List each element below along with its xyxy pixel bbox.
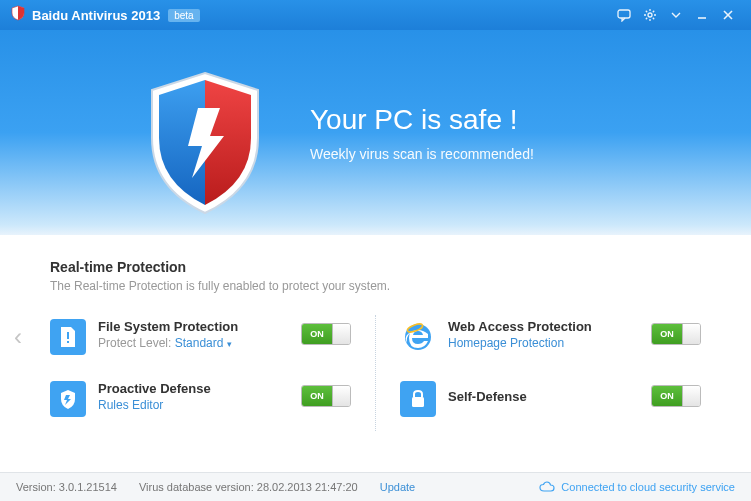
- protection-panel: ‹ Real-time Protection The Real-time Pro…: [0, 235, 751, 472]
- titlebar: Baidu Antivirus 2013 beta: [0, 0, 751, 30]
- protection-item-web-access: Web Access Protection Homepage Protectio…: [400, 311, 701, 373]
- cloud-status: Connected to cloud security service: [539, 481, 735, 493]
- settings-icon[interactable]: [637, 3, 663, 27]
- update-link[interactable]: Update: [380, 481, 415, 493]
- svg-line-9: [646, 18, 647, 19]
- item-name: Web Access Protection: [448, 319, 651, 334]
- svg-point-1: [648, 13, 652, 17]
- svg-rect-17: [412, 397, 424, 407]
- app-logo-icon: [10, 5, 26, 25]
- shield-icon: [140, 68, 270, 222]
- version-info: Version: 3.0.1.21514: [16, 481, 117, 493]
- hero-banner: Your PC is safe ! Weekly virus scan is r…: [0, 30, 751, 235]
- cloud-icon: [539, 481, 555, 493]
- rules-editor-link[interactable]: Rules Editor: [98, 398, 301, 412]
- protection-item-proactive: Proactive Defense Rules Editor ON: [50, 373, 351, 435]
- section-desc: The Real-time Protection is fully enable…: [50, 279, 701, 293]
- chevron-down-icon: ▾: [227, 339, 232, 349]
- svg-rect-13: [67, 332, 69, 339]
- shield-small-icon: [50, 381, 86, 417]
- svg-rect-0: [618, 10, 630, 18]
- protect-level-link[interactable]: Standard: [175, 336, 224, 350]
- protection-item-self-defense: Self-Defense ON: [400, 373, 701, 435]
- toggle-web-access[interactable]: ON: [651, 323, 701, 345]
- item-name: File System Protection: [98, 319, 301, 334]
- section-title: Real-time Protection: [50, 259, 701, 275]
- statusbar: Version: 3.0.1.21514 Virus database vers…: [0, 472, 751, 501]
- item-sub: Protect Level: Standard ▾: [98, 336, 301, 350]
- toggle-self-defense[interactable]: ON: [651, 385, 701, 407]
- svg-line-7: [653, 18, 654, 19]
- toggle-proactive[interactable]: ON: [301, 385, 351, 407]
- status-headline: Your PC is safe !: [310, 104, 534, 136]
- homepage-protection-link[interactable]: Homepage Protection: [448, 336, 651, 350]
- toggle-file-system[interactable]: ON: [301, 323, 351, 345]
- close-button[interactable]: [715, 3, 741, 27]
- nav-prev-arrow[interactable]: ‹: [14, 323, 22, 351]
- minimize-button[interactable]: [689, 3, 715, 27]
- status-subline: Weekly virus scan is recommended!: [310, 146, 534, 162]
- menu-dropdown-icon[interactable]: [663, 3, 689, 27]
- svg-rect-14: [67, 341, 69, 343]
- feedback-icon[interactable]: [611, 3, 637, 27]
- svg-line-8: [653, 11, 654, 12]
- beta-badge: beta: [168, 9, 199, 22]
- file-alert-icon: [50, 319, 86, 355]
- item-name: Proactive Defense: [98, 381, 301, 396]
- lock-icon: [400, 381, 436, 417]
- protection-item-file-system: File System Protection Protect Level: St…: [50, 311, 351, 373]
- app-title: Baidu Antivirus 2013: [32, 8, 160, 23]
- column-divider: [375, 315, 376, 431]
- db-version-info: Virus database version: 28.02.2013 21:47…: [139, 481, 358, 493]
- ie-icon: [400, 319, 436, 355]
- svg-line-6: [646, 11, 647, 12]
- item-name: Self-Defense: [448, 389, 651, 404]
